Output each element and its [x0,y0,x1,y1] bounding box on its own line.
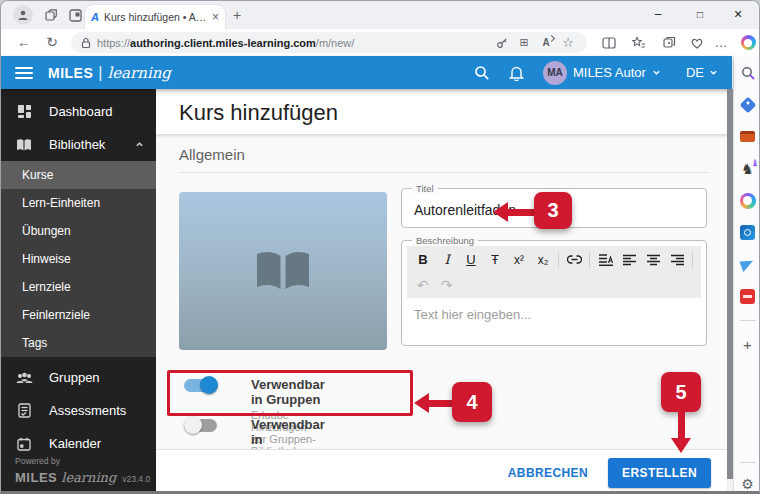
page-title: Kurs hinzufügen [179,100,727,126]
url-bar[interactable]: https://authoring.client.miles-learning.… [71,32,587,53]
browser-essentials-icon[interactable] [687,33,707,52]
sidebar-divider [740,320,756,321]
sidebar-item-label: Bibliothek [49,137,105,152]
favorite-star-icon[interactable]: ☆ [559,35,577,51]
footer-brand-primary: MILES [15,470,57,485]
underline-button[interactable]: U [459,249,483,271]
richtext-toolbar: B I U Ŧ x² x₂ [407,246,701,298]
lock-icon [81,37,91,49]
browser-tab[interactable]: A Kurs hinzufügen • Authoring × [85,5,225,29]
page-header: Kurs hinzufügen [156,89,727,134]
window-close-button[interactable]: × [723,3,753,25]
book-icon [15,136,33,154]
outlook-icon[interactable] [739,224,756,241]
browser-menu-icon[interactable]: … [711,33,731,52]
sidebar-item-bibliothek[interactable]: Bibliothek [1,128,156,161]
menu-hamburger-icon[interactable] [15,67,33,79]
scrollbar-thumb[interactable] [727,89,733,479]
window-maximize-button[interactable]: □ [685,3,715,25]
sidebar-subitem-kurse[interactable]: Kurse [1,161,156,189]
sidebar-subitem-feinlernziele[interactable]: Feinlernziele [1,301,156,329]
language-code: DE [686,65,704,80]
undo-icon[interactable]: ↶ [417,277,429,293]
games-icon[interactable]: ♞♝ [739,160,756,177]
align-right-button[interactable] [665,249,689,271]
sidebar-subitem-tags[interactable]: Tags [1,329,156,357]
send-plane-icon[interactable] [739,256,756,273]
copilot-icon[interactable] [738,33,758,52]
sidebar-item-assessments[interactable]: Assessments [1,394,156,427]
notifications-bell-icon[interactable] [508,64,526,82]
sidebar-subitem-uebungen[interactable]: Übungen [1,217,156,245]
app-header: MILES | learning MA MILES Autor DE [1,56,732,89]
workspaces-icon[interactable] [41,5,61,25]
sidebar-item-label: Dashboard [49,104,113,119]
description-field: Beschreibung B I U Ŧ x² x₂ [401,240,707,346]
sidebar-submenu: Kurse Lern-Einheiten Übungen Hinweise Le… [1,161,156,357]
split-screen-icon[interactable] [599,33,619,52]
search-icon[interactable] [473,64,491,82]
add-app-icon[interactable]: + [739,336,756,353]
chevron-down-icon [652,68,661,77]
browser-window: A Kurs hinzufügen • Authoring × + – □ × … [0,0,760,494]
tab-close-icon[interactable]: × [212,10,219,24]
italic-button[interactable]: I [435,249,459,271]
sidebar-subitem-hinweise[interactable]: Hinweise [1,245,156,273]
shopping-tag-icon[interactable] [739,96,756,113]
user-menu[interactable]: MA MILES Autor [543,61,661,85]
assessments-toggle[interactable] [184,415,218,435]
cancel-button[interactable]: ABBRECHEN [508,466,588,480]
strikethrough-button[interactable]: Ŧ [483,249,507,271]
annotation-badge-5: 5 [661,372,701,412]
link-button[interactable] [562,249,586,271]
language-selector[interactable]: DE [686,65,718,80]
course-image-placeholder[interactable] [179,192,387,350]
align-justify-button[interactable] [593,249,617,271]
sidebar-subitem-lernziele[interactable]: Lernziele [1,273,156,301]
toggle-row-assessments: Verwendbar in Assessments Erlaube Hinzuf… [184,415,218,435]
calendar-icon [15,435,33,453]
description-field-label: Beschreibung [412,235,478,246]
bold-button[interactable]: B [411,249,435,271]
favorites-list-icon[interactable] [629,33,649,52]
subscript-button[interactable]: x₂ [531,249,555,271]
align-center-button[interactable] [641,249,665,271]
annotation-badge-3: 3 [534,192,572,229]
user-name: MILES Autor [573,65,646,80]
sidebar-item-dashboard[interactable]: Dashboard [1,95,156,128]
dashboard-icon [15,103,33,121]
password-key-icon[interactable] [493,35,511,51]
new-tab-button[interactable]: + [233,7,241,23]
streaming-app-icon[interactable] [739,288,756,305]
settings-gear-icon[interactable]: ⚙ [739,478,756,494]
sidebar-search-icon[interactable] [739,64,756,81]
section-divider [179,172,709,173]
open-book-icon [254,249,312,293]
superscript-button[interactable]: x² [507,249,531,271]
annotation-arrow-5-shaft [678,412,685,438]
window-minimize-button[interactable]: – [643,3,673,25]
tab-layout-icon[interactable] [65,5,85,25]
read-aloud-icon[interactable]: A [537,35,555,51]
redo-icon[interactable]: ↷ [441,277,453,293]
toolbox-icon[interactable] [739,128,756,145]
sidebar-item-label: Kalender [49,436,101,451]
avatar[interactable]: MA [543,61,567,85]
back-icon[interactable]: ← [15,33,33,51]
app-logo: MILES | learning [48,64,171,82]
description-placeholder[interactable]: Text hier eingeben... [414,307,531,322]
image-creator-icon[interactable] [739,192,756,209]
url-text: https://authoring.client.miles-learning.… [97,37,489,49]
sidebar-item-gruppen[interactable]: Gruppen [1,361,156,394]
tab-grid-icon[interactable]: ⊞ [515,35,533,51]
annotation-arrow-5 [671,438,691,453]
sidebar-subitem-lern-einheiten[interactable]: Lern-Einheiten [1,189,156,217]
refresh-icon[interactable]: ↻ [43,33,61,51]
browser-profile-icon[interactable] [13,5,33,25]
submit-button[interactable]: ERSTELLEN [608,458,711,488]
align-left-button[interactable] [617,249,641,271]
form-action-bar: ABBRECHEN ERSTELLEN [156,449,727,494]
collections-icon[interactable] [659,33,679,52]
sidebar-footer: Powered by MILES learning v23.4.0 [15,456,150,485]
tab-favicon-icon: A [91,11,99,23]
